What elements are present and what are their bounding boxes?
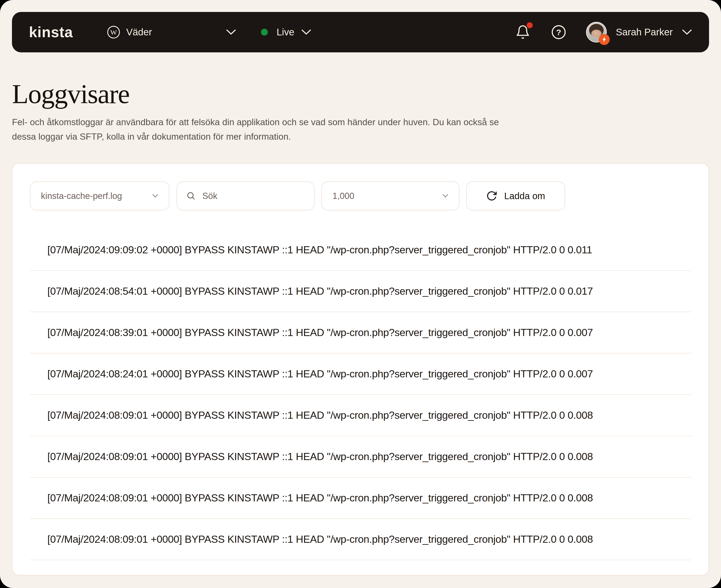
page-description: Fel- och åtkomstloggar är användbara för… xyxy=(12,115,504,144)
avatar[interactable] xyxy=(586,22,607,42)
wordpress-icon: W xyxy=(107,25,120,39)
page: kinsta W Väder Live xyxy=(0,0,721,588)
chevron-down-icon xyxy=(442,194,449,198)
log-row[interactable]: [07/Maj/2024:08:09:01 +0000] BYPASS KINS… xyxy=(30,519,691,560)
log-row[interactable]: [07/Maj/2024:08:09:01 +0000] BYPASS KINS… xyxy=(30,478,691,519)
svg-text:W: W xyxy=(111,28,117,36)
chevron-down-icon xyxy=(152,194,159,198)
log-text: [07/Maj/2024:08:39:01 +0000] BYPASS KINS… xyxy=(30,327,593,339)
notification-badge xyxy=(527,22,533,28)
svg-text:?: ? xyxy=(556,28,561,37)
log-row[interactable]: [07/Maj/2024:08:54:01 +0000] BYPASS KINS… xyxy=(30,271,691,312)
site-switcher-dropdown[interactable]: W Väder xyxy=(107,25,236,39)
page-title: Loggvisare xyxy=(12,79,129,110)
log-row[interactable]: [07/Maj/2024:08:09:01 +0000] BYPASS KINS… xyxy=(30,436,691,478)
chevron-down-icon xyxy=(226,29,236,35)
search-input[interactable] xyxy=(202,191,305,201)
log-viewer-card: kinsta-cache-perf.log 1,000 xyxy=(12,163,709,575)
notifications-button[interactable] xyxy=(515,24,530,40)
log-text: [07/Maj/2024:08:24:01 +0000] BYPASS KINS… xyxy=(30,368,593,380)
log-row[interactable]: [07/Maj/2024:08:39:01 +0000] BYPASS KINS… xyxy=(30,312,691,354)
lightning-icon xyxy=(599,34,610,45)
user-menu-chevron[interactable] xyxy=(682,29,692,35)
user-name: Sarah Parker xyxy=(616,27,673,38)
chevron-down-icon xyxy=(682,29,692,35)
kinsta-logo: kinsta xyxy=(29,24,73,41)
environment-dropdown[interactable]: Live xyxy=(261,27,311,38)
log-text: [07/Maj/2024:08:09:01 +0000] BYPASS KINS… xyxy=(30,409,593,421)
help-icon: ? xyxy=(551,25,566,40)
line-count-select-value: 1,000 xyxy=(333,191,354,201)
log-file-select-value: kinsta-cache-perf.log xyxy=(41,191,122,201)
search-icon xyxy=(186,191,196,201)
log-file-select[interactable]: kinsta-cache-perf.log xyxy=(30,182,169,210)
log-text: [07/Maj/2024:08:09:01 +0000] BYPASS KINS… xyxy=(30,492,593,504)
help-button[interactable]: ? xyxy=(551,25,566,40)
refresh-icon xyxy=(486,190,497,202)
environment-label: Live xyxy=(277,27,294,38)
top-navbar: kinsta W Väder Live xyxy=(12,12,709,52)
log-controls: kinsta-cache-perf.log 1,000 xyxy=(13,164,708,210)
log-text: [07/Maj/2024:08:54:01 +0000] BYPASS KINS… xyxy=(30,285,593,297)
log-text: [07/Maj/2024:08:09:01 +0000] BYPASS KINS… xyxy=(30,533,593,545)
log-search xyxy=(177,182,315,210)
site-name: Väder xyxy=(126,27,152,38)
live-status-dot xyxy=(261,29,268,36)
log-row[interactable]: [07/Maj/2024:08:24:01 +0000] BYPASS KINS… xyxy=(30,354,691,395)
log-text: [07/Maj/2024:08:09:01 +0000] BYPASS KINS… xyxy=(30,450,593,463)
reload-button-label: Ladda om xyxy=(504,191,545,201)
chevron-down-icon xyxy=(301,29,311,35)
log-row[interactable]: [07/Maj/2024:09:09:02 +0000] BYPASS KINS… xyxy=(30,229,691,271)
line-count-select[interactable]: 1,000 xyxy=(321,182,459,210)
log-row[interactable]: [07/Maj/2024:08:09:01 +0000] BYPASS KINS… xyxy=(30,395,691,436)
log-list: [07/Maj/2024:09:09:02 +0000] BYPASS KINS… xyxy=(13,229,708,560)
log-text: [07/Maj/2024:09:09:02 +0000] BYPASS KINS… xyxy=(30,244,592,256)
reload-button[interactable]: Ladda om xyxy=(466,182,565,210)
